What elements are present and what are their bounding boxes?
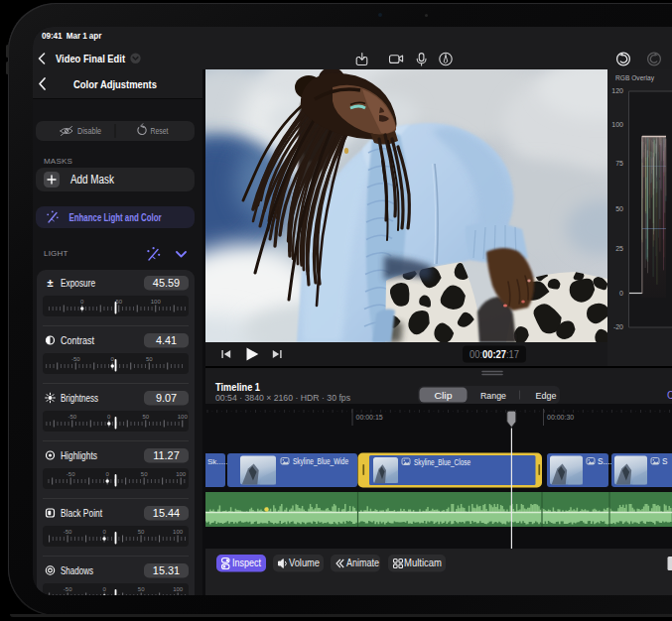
svg-text:100: 100 [173,586,184,592]
svg-text:Contrast: Contrast [61,334,95,346]
svg-text:25: 25 [615,245,623,252]
svg-text:00:00:27:17: 00:00:27:17 [470,349,519,360]
svg-text:Animate: Animate [346,558,379,568]
svg-text:Skyline_Blue_Close: Skyline_Blue_Close [414,457,470,467]
svg-text:100: 100 [176,471,187,477]
svg-text:4.41: 4.41 [156,334,177,346]
svg-text:100: 100 [173,529,184,535]
svg-text:±: ± [47,277,53,289]
svg-text:-50: -50 [64,529,72,535]
svg-text:50: 50 [142,414,149,420]
svg-text:Range: Range [480,390,506,401]
svg-text:50: 50 [138,586,145,592]
svg-text:00:00:15: 00:00:15 [356,414,383,421]
svg-text:Multicam: Multicam [404,558,442,568]
svg-text:-50: -50 [67,471,75,477]
svg-text:45.59: 45.59 [153,277,180,289]
svg-text:00:00:30: 00:00:30 [547,414,574,421]
svg-text:Black Point: Black Point [61,507,103,519]
svg-text:Exposure: Exposure [61,277,95,289]
svg-text:50: 50 [138,529,145,535]
svg-text:Clip: Clip [435,390,453,401]
svg-text:100: 100 [611,121,623,128]
svg-text:-50: -50 [71,356,80,362]
svg-text:50: 50 [146,356,153,362]
svg-text:15.44: 15.44 [153,507,180,519]
svg-text:100: 100 [178,414,189,420]
svg-text:50: 50 [115,299,122,305]
svg-text:Add Mask: Add Mask [70,173,115,186]
svg-text:S: S [662,456,668,466]
svg-text:50: 50 [615,205,623,212]
svg-text:Disable: Disable [77,126,101,136]
svg-text:100: 100 [151,299,162,305]
svg-text:Highlights: Highlights [61,449,97,461]
svg-text:Inspect: Inspect [232,558,261,568]
svg-text:Skyline_Blue_Wide: Skyline_Blue_Wide [293,456,348,466]
svg-text:Edge: Edge [536,390,557,401]
svg-text:Volume: Volume [289,558,320,568]
svg-text:-20: -20 [613,323,623,330]
svg-text:Sk......: Sk...... [207,457,230,466]
svg-text:0: 0 [619,290,623,297]
svg-text:75: 75 [615,160,623,167]
svg-text:Brightness: Brightness [61,392,98,404]
svg-text:Timeline 1: Timeline 1 [215,382,260,393]
svg-text:Color Adjustments: Color Adjustments [73,78,157,90]
svg-text:120: 120 [611,87,623,94]
svg-text:Video Final Edit: Video Final Edit [56,52,125,64]
svg-text:-50: -50 [64,586,72,592]
svg-text:11.27: 11.27 [153,449,179,461]
svg-text:Enhance Light and Color: Enhance Light and Color [69,211,163,223]
svg-text:Reset: Reset [151,126,169,136]
svg-text:00:54 · 3840 × 2160 · HDR · 30: 00:54 · 3840 × 2160 · HDR · 30 fps [215,393,350,403]
svg-text:RGB Overlay: RGB Overlay [615,73,654,82]
svg-text:Shadows: Shadows [61,564,93,576]
svg-text:15.31: 15.31 [153,564,180,576]
svg-text:50: 50 [141,471,148,477]
svg-text:-50: -50 [67,414,76,420]
svg-text:Co: Co [667,390,672,401]
svg-text:9.07: 9.07 [156,392,177,404]
